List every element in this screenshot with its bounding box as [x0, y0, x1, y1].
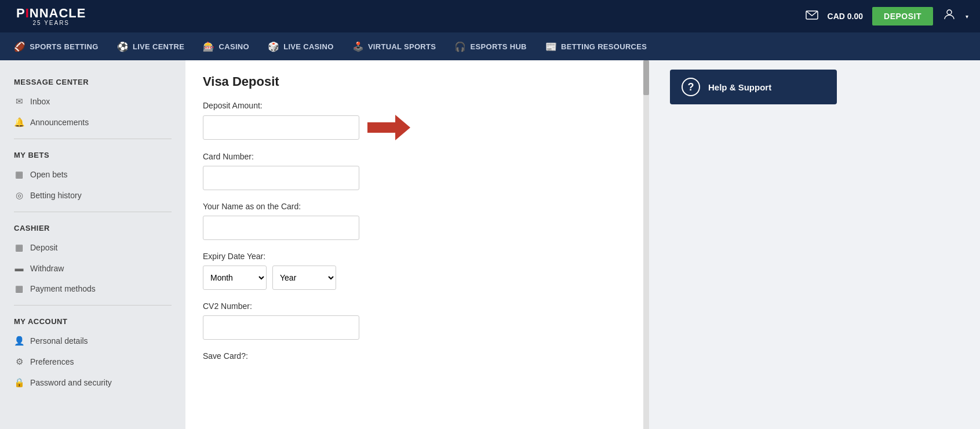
inbox-icon: ✉ [14, 96, 24, 107]
logo: PINNACLE 25 YEARS [12, 5, 90, 28]
deposit-amount-label: Deposit Amount: [203, 101, 632, 110]
sidebar-item-deposit[interactable]: ▦ Deposit [0, 237, 185, 258]
logo-area: PINNACLE 25 YEARS [12, 5, 90, 28]
sidebar-label-withdraw: Withdraw [30, 264, 64, 273]
sidebar-item-inbox[interactable]: ✉ Inbox [0, 91, 185, 112]
scrollbar-track[interactable] [643, 60, 649, 429]
nav-label-casino: CASINO [219, 42, 249, 51]
deposit-button[interactable]: DEPOSIT [872, 7, 933, 26]
cv2-label: CV2 Number: [203, 301, 632, 311]
expiry-date-group: Expiry Date Year: Month January February… [203, 252, 632, 290]
open-bets-icon: ▦ [14, 169, 24, 180]
expiry-year-select[interactable]: Year 2024 2025 2026 2027 2028 2029 2030 [272, 266, 336, 290]
sidebar-label-inbox: Inbox [30, 97, 50, 106]
betting-resources-icon: 📰 [545, 41, 557, 52]
deposit-amount-group: Deposit Amount: [203, 101, 632, 140]
svg-point-1 [947, 10, 952, 14]
sidebar-label-password-security: Password and security [30, 378, 112, 387]
divider-3 [14, 305, 172, 306]
section-my-account: MY ACCOUNT [0, 311, 185, 330]
live-centre-icon: ⚽ [117, 41, 129, 52]
card-number-input[interactable] [203, 166, 359, 190]
main-content: Visa Deposit Deposit Amount: Card Number… [185, 60, 980, 429]
top-nav: PINNACLE 25 YEARS CAD 0.00 DEPOSIT ▾ [0, 0, 980, 32]
save-card-label: Save Card?: [203, 351, 632, 361]
content-area: MESSAGE CENTER ✉ Inbox 🔔 Announcements M… [0, 60, 980, 429]
sidebar-item-open-bets[interactable]: ▦ Open bets [0, 164, 185, 185]
form-panel: Visa Deposit Deposit Amount: Card Number… [185, 60, 649, 429]
sidebar-item-announcements[interactable]: 🔔 Announcements [0, 112, 185, 133]
nav-label-sports-betting: SPORTS BETTING [30, 42, 98, 51]
sidebar-item-password-security[interactable]: 🔒 Password and security [0, 372, 185, 393]
sidebar-label-preferences: Preferences [30, 357, 74, 366]
nav-label-live-casino: LIVE CASINO [283, 42, 333, 51]
nav-item-esports-hub[interactable]: 🎧 ESPORTS HUB [446, 32, 535, 60]
nav-label-live-centre: LIVE CENTRE [133, 42, 184, 51]
nav-label-esports-hub: ESPORTS HUB [471, 42, 527, 51]
card-number-label: Card Number: [203, 152, 632, 161]
betting-history-icon: ◎ [14, 190, 24, 201]
nav-item-sports-betting[interactable]: 🏈 SPORTS BETTING [6, 32, 107, 60]
sidebar: MESSAGE CENTER ✉ Inbox 🔔 Announcements M… [0, 60, 185, 429]
personal-details-icon: 👤 [14, 336, 24, 346]
section-my-bets: MY BETS [0, 145, 185, 164]
form-title: Visa Deposit [203, 74, 632, 89]
withdraw-icon: ▬ [14, 263, 24, 273]
nav-item-betting-resources[interactable]: 📰 BETTING RESOURCES [537, 32, 655, 60]
sidebar-item-personal-details[interactable]: 👤 Personal details [0, 330, 185, 351]
password-security-icon: 🔒 [14, 377, 24, 388]
top-nav-right: CAD 0.00 DEPOSIT ▾ [806, 7, 968, 26]
nav-item-casino[interactable]: 🎰 CASINO [195, 32, 257, 60]
divider-2 [14, 212, 172, 212]
sidebar-item-preferences[interactable]: ⚙ Preferences [0, 351, 185, 372]
virtual-sports-icon: 🕹️ [352, 41, 364, 52]
divider-1 [14, 139, 172, 139]
mail-icon[interactable] [806, 10, 818, 22]
sidebar-item-withdraw[interactable]: ▬ Withdraw [0, 258, 185, 278]
live-casino-icon: 🎲 [268, 41, 279, 52]
sidebar-label-announcements: Announcements [30, 118, 89, 127]
scrollbar-thumb[interactable] [643, 60, 649, 95]
card-name-label: Your Name as on the Card: [203, 202, 632, 211]
help-support-label: Help & Support [708, 82, 771, 92]
balance: CAD 0.00 [828, 12, 863, 21]
sidebar-item-betting-history[interactable]: ◎ Betting history [0, 185, 185, 206]
expiry-month-select[interactable]: Month January February March April May J… [203, 266, 267, 290]
nav-item-virtual-sports[interactable]: 🕹️ VIRTUAL SPORTS [344, 32, 445, 60]
deposit-amount-input[interactable] [203, 115, 359, 140]
cv2-group: CV2 Number: [203, 301, 632, 340]
sports-betting-icon: 🏈 [14, 41, 25, 52]
casino-icon: 🎰 [203, 41, 214, 52]
sidebar-label-open-bets: Open bets [30, 170, 68, 179]
nav-label-betting-resources: BETTING RESOURCES [561, 42, 647, 51]
section-cashier: CASHIER [0, 218, 185, 237]
nav-item-live-centre[interactable]: ⚽ LIVE CENTRE [109, 32, 193, 60]
card-number-group: Card Number: [203, 152, 632, 190]
dropdown-arrow-icon[interactable]: ▾ [966, 13, 968, 20]
deposit-icon: ▦ [14, 242, 24, 253]
nav-item-live-casino[interactable]: 🎲 LIVE CASINO [260, 32, 342, 60]
logo-years: 25 YEARS [32, 20, 70, 26]
esports-hub-icon: 🎧 [454, 41, 466, 52]
nav-label-virtual-sports: VIRTUAL SPORTS [368, 42, 436, 51]
user-icon[interactable] [942, 8, 956, 25]
arrow-indicator [367, 115, 410, 140]
cv2-input[interactable] [203, 315, 359, 340]
sidebar-label-deposit: Deposit [30, 243, 57, 252]
sidebar-item-payment-methods[interactable]: ▦ Payment methods [0, 278, 185, 299]
main-nav: 🏈 SPORTS BETTING ⚽ LIVE CENTRE 🎰 CASINO … [0, 32, 980, 60]
sidebar-label-personal-details: Personal details [30, 336, 88, 346]
help-support-box[interactable]: ? Help & Support [670, 70, 837, 104]
save-card-group: Save Card?: [203, 351, 632, 361]
help-panel: ? Help & Support [661, 60, 846, 429]
card-name-input[interactable] [203, 216, 359, 240]
announcements-icon: 🔔 [14, 117, 24, 128]
card-name-group: Your Name as on the Card: [203, 202, 632, 240]
preferences-icon: ⚙ [14, 357, 24, 367]
section-message-center: MESSAGE CENTER [0, 72, 185, 91]
expiry-date-label: Expiry Date Year: [203, 252, 632, 261]
sidebar-label-betting-history: Betting history [30, 191, 82, 200]
logo-text: PINNACLE [16, 7, 86, 20]
expiry-row: Month January February March April May J… [203, 266, 632, 290]
payment-methods-icon: ▦ [14, 283, 24, 294]
